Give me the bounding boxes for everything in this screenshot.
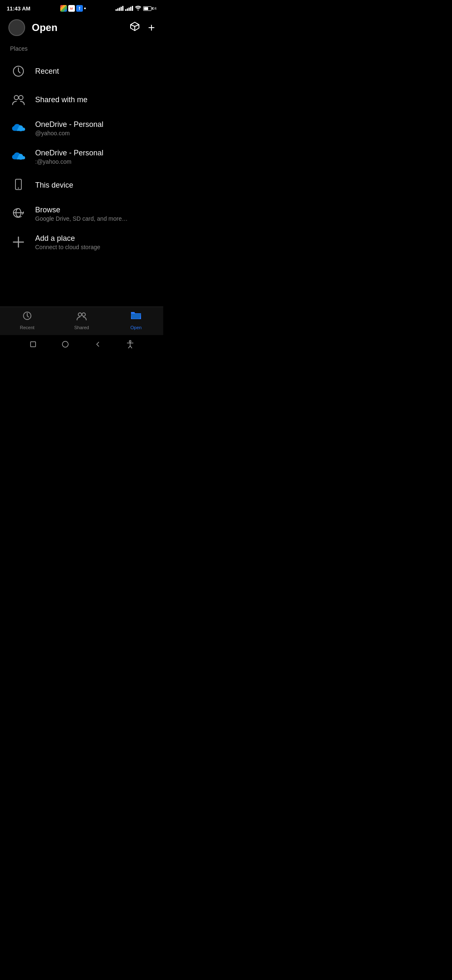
place-text-this-device: This device: [35, 181, 73, 190]
add-place-icon: [10, 234, 27, 250]
add-button[interactable]: +: [148, 22, 155, 34]
place-name-browse: Browse: [35, 206, 128, 214]
place-sub-onedrive-2: :@yahoo.com: [35, 158, 103, 165]
svg-rect-17: [31, 342, 36, 347]
signal-bars-1: [116, 6, 123, 11]
svg-line-23: [130, 346, 132, 348]
recent-icon: [10, 63, 27, 80]
system-back-button[interactable]: [94, 340, 102, 348]
onedrive-icon-1: [10, 120, 27, 137]
place-sub-onedrive-1: @yahoo.com: [35, 130, 103, 137]
svg-point-0: [138, 10, 139, 10]
notification-apps: M f: [60, 5, 86, 12]
app-header: Open +: [0, 15, 163, 40]
place-text-onedrive-2: OneDrive - Personal :@yahoo.com: [35, 149, 103, 165]
signal-bars-2: [125, 6, 133, 11]
system-accessibility-button[interactable]: [126, 340, 134, 348]
header-left: Open: [8, 19, 57, 36]
place-name-onedrive-2: OneDrive - Personal: [35, 149, 103, 157]
place-text-add-place: Add a place Connect to cloud storage: [35, 234, 100, 250]
place-text-shared-with-me: Shared with me: [35, 95, 87, 104]
place-item-this-device[interactable]: This device: [0, 171, 163, 199]
status-time: 11:43 AM: [7, 5, 31, 12]
device-icon: [10, 177, 27, 193]
place-item-recent[interactable]: Recent: [0, 57, 163, 85]
place-text-recent: Recent: [35, 67, 59, 76]
notification-dot: [84, 8, 86, 9]
battery-fill: [144, 7, 148, 10]
place-name-onedrive-1: OneDrive - Personal: [35, 120, 103, 129]
place-item-shared-with-me[interactable]: Shared with me: [0, 85, 163, 114]
place-name-add-place: Add a place: [35, 234, 100, 243]
facebook-app-icon: f: [76, 5, 83, 12]
place-item-onedrive-1[interactable]: OneDrive - Personal @yahoo.com: [0, 114, 163, 142]
status-bar: 11:43 AM M f: [0, 0, 163, 15]
svg-line-3: [131, 23, 133, 25]
svg-point-18: [62, 341, 68, 347]
place-name-this-device: This device: [35, 181, 73, 190]
nav-recent-icon: [22, 311, 32, 323]
header-actions: +: [130, 21, 155, 34]
main-content: Places Recent Shared with me: [0, 40, 163, 307]
places-section-label: Places: [0, 44, 163, 57]
shared-with-me-icon: [10, 91, 27, 108]
battery-indicator: 24: [143, 6, 157, 11]
svg-line-4: [137, 23, 139, 25]
place-item-browse[interactable]: Browse Google Drive, SD card, and more…: [0, 199, 163, 228]
premium-icon[interactable]: [130, 21, 140, 34]
svg-point-6: [14, 95, 18, 100]
system-square-button[interactable]: [29, 340, 37, 348]
battery-box: [143, 6, 152, 11]
bottom-navigation: Recent Shared Open: [0, 307, 163, 335]
page-title: Open: [32, 22, 57, 34]
gmail-app-icon: M: [68, 5, 75, 12]
svg-line-22: [128, 346, 130, 348]
place-text-onedrive-1: OneDrive - Personal @yahoo.com: [35, 120, 103, 137]
battery-text: 24: [152, 6, 157, 10]
system-navigation-bar: [0, 335, 163, 353]
place-item-onedrive-2[interactable]: OneDrive - Personal :@yahoo.com: [0, 142, 163, 171]
system-home-button[interactable]: [61, 340, 69, 348]
place-name-shared-with-me: Shared with me: [35, 95, 87, 104]
browse-icon: [10, 205, 27, 222]
wifi-icon: [135, 5, 141, 12]
svg-point-19: [129, 340, 131, 342]
nav-item-shared[interactable]: Shared: [65, 311, 98, 330]
svg-point-16: [82, 313, 85, 316]
avatar[interactable]: [8, 19, 25, 36]
nav-open-icon: [130, 310, 142, 323]
nav-open-label: Open: [131, 325, 142, 330]
place-item-add-place[interactable]: Add a place Connect to cloud storage: [0, 228, 163, 256]
nav-item-open[interactable]: Open: [119, 310, 153, 330]
place-text-browse: Browse Google Drive, SD card, and more…: [35, 206, 128, 222]
ms-app-icon: [60, 5, 67, 12]
place-sub-browse: Google Drive, SD card, and more…: [35, 215, 128, 222]
place-name-recent: Recent: [35, 67, 59, 76]
nav-item-recent[interactable]: Recent: [10, 311, 44, 330]
place-sub-add-place: Connect to cloud storage: [35, 244, 100, 250]
status-icons: 24: [116, 5, 157, 12]
nav-shared-icon: [77, 311, 87, 323]
nav-recent-label: Recent: [20, 325, 35, 330]
onedrive-icon-2: [10, 148, 27, 165]
svg-point-7: [19, 95, 23, 100]
nav-shared-label: Shared: [74, 325, 89, 330]
svg-point-15: [78, 313, 82, 316]
